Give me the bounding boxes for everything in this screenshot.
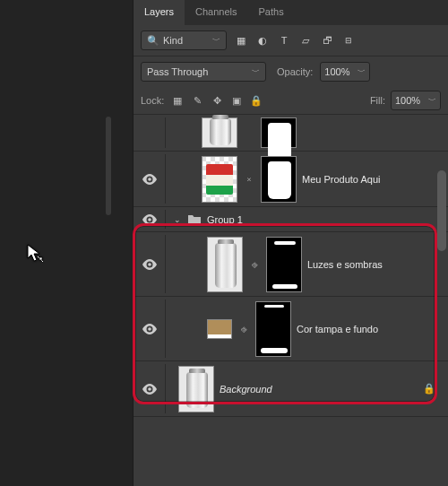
layer-row-top-cropped[interactable]: [134, 115, 448, 152]
eye-icon: [142, 174, 158, 185]
visibility-toggle[interactable]: [134, 364, 166, 413]
link-icon: 𐄂: [243, 174, 255, 185]
filter-type-icons: ▦ ◐ T ▱ 🗗 ⊟: [232, 31, 358, 49]
layer-thumbnail[interactable]: [207, 237, 243, 292]
scrollbar-thumb[interactable]: [437, 170, 446, 251]
filter-kind-select[interactable]: 🔍 Kind ﹀: [141, 30, 227, 50]
blend-mode-value: Pass Through: [147, 66, 208, 77]
svg-point-1: [148, 218, 151, 221]
chevron-down-icon: ﹀: [252, 66, 260, 78]
visibility-toggle[interactable]: [134, 299, 166, 358]
lock-label: Lock:: [141, 95, 164, 106]
layer-mask-thumbnail[interactable]: [261, 117, 297, 148]
panel-tabs: Layers Channels Paths: [134, 0, 448, 25]
layer-thumbnail[interactable]: [202, 156, 237, 203]
link-mask-icon[interactable]: ⎆: [237, 324, 250, 334]
layer-name[interactable]: Background: [220, 384, 272, 395]
visibility-toggle[interactable]: [134, 154, 166, 204]
filter-adjustment-icon[interactable]: ◐: [254, 31, 271, 49]
opacity-input[interactable]: 100% ﹀: [320, 62, 370, 82]
svg-point-3: [148, 327, 151, 331]
lock-pixels-icon[interactable]: ✎: [189, 92, 205, 108]
chevron-down-icon: ﹀: [212, 35, 220, 47]
layer-name[interactable]: Luzes e sombras: [307, 259, 383, 270]
search-icon: 🔍: [147, 35, 159, 47]
layers-panel: Layers Channels Paths 🔍 Kind ﹀ ▦ ◐ T ▱ 🗗…: [133, 0, 448, 486]
layer-mask-thumbnail[interactable]: [261, 156, 297, 203]
visibility-toggle[interactable]: [134, 117, 166, 148]
canvas-area: [0, 0, 133, 486]
layer-filter-row: 🔍 Kind ﹀ ▦ ◐ T ▱ 🗗 ⊟: [134, 25, 448, 56]
lock-all-icon[interactable]: 🔒: [248, 92, 264, 108]
lock-transparent-icon[interactable]: ▦: [169, 92, 185, 108]
layer-name[interactable]: Meu Produto Aqui: [302, 174, 380, 185]
layer-name[interactable]: Cor tampa e fundo: [297, 324, 378, 334]
lock-artboard-icon[interactable]: ▣: [228, 92, 245, 108]
opacity-label: Opacity:: [277, 66, 313, 77]
filter-pixel-icon[interactable]: ▦: [232, 31, 250, 49]
fill-label: Fill:: [370, 95, 385, 106]
group-name[interactable]: Group 1: [207, 214, 243, 225]
visibility-toggle[interactable]: [134, 235, 166, 293]
disclosure-triangle-icon[interactable]: ⌄: [173, 215, 182, 224]
link-mask-icon[interactable]: ⎆: [248, 259, 261, 270]
layer-mask-thumbnail[interactable]: [266, 237, 302, 292]
filter-toggle-icon[interactable]: ⊟: [340, 31, 358, 49]
layer-row-background[interactable]: Background 🔒: [134, 361, 448, 417]
panel-dock-handle[interactable]: [106, 117, 111, 215]
blend-mode-select[interactable]: Pass Through ﹀: [141, 62, 266, 82]
lock-row: Lock: ▦ ✎ ✥ ▣ 🔒 Fill: 100% ﹀: [134, 87, 448, 115]
chevron-down-icon: ﹀: [428, 95, 436, 107]
layer-row-group1[interactable]: ⌄ Group 1: [134, 207, 448, 232]
svg-point-4: [148, 387, 151, 391]
folder-icon: [187, 213, 202, 225]
layer-row-luzes[interactable]: ⎆ Luzes e sombras: [134, 232, 448, 297]
lock-icon[interactable]: 🔒: [423, 383, 435, 395]
svg-point-2: [148, 263, 151, 266]
filter-smart-icon[interactable]: 🗗: [318, 31, 336, 49]
layer-thumbnail[interactable]: [178, 366, 214, 412]
tab-layers[interactable]: Layers: [134, 0, 185, 25]
chevron-down-icon: ﹀: [358, 66, 366, 78]
layer-row-cor-tampa[interactable]: ⎆ Cor tampa e fundo: [134, 297, 448, 361]
fill-value: 100%: [395, 95, 420, 106]
layer-row-meu-produto[interactable]: 𐄂 Meu Produto Aqui: [134, 152, 448, 207]
visibility-toggle[interactable]: [134, 210, 166, 229]
tab-paths[interactable]: Paths: [248, 0, 295, 25]
filter-type-icon[interactable]: T: [275, 31, 293, 49]
lock-position-icon[interactable]: ✥: [209, 92, 225, 108]
eye-icon: [142, 214, 158, 225]
layer-mask-thumbnail[interactable]: [255, 301, 291, 357]
layers-list: 𐄂 Meu Produto Aqui ⌄ Group 1 ⎆: [134, 115, 448, 417]
tab-channels[interactable]: Channels: [185, 0, 247, 25]
layer-thumbnail[interactable]: [202, 117, 237, 148]
lock-icons: ▦ ✎ ✥ ▣ 🔒: [169, 92, 264, 108]
opacity-value: 100%: [324, 66, 349, 77]
fill-layer-thumbnail[interactable]: [207, 319, 232, 339]
eye-icon: [142, 324, 158, 334]
eye-icon: [142, 384, 158, 395]
blend-row: Pass Through ﹀ Opacity: 100% ﹀: [134, 56, 448, 87]
svg-point-0: [148, 178, 151, 181]
filter-kind-label: Kind: [163, 35, 183, 46]
eye-icon: [142, 259, 158, 270]
filter-shape-icon[interactable]: ▱: [297, 31, 314, 49]
fill-input[interactable]: 100% ﹀: [391, 91, 441, 110]
